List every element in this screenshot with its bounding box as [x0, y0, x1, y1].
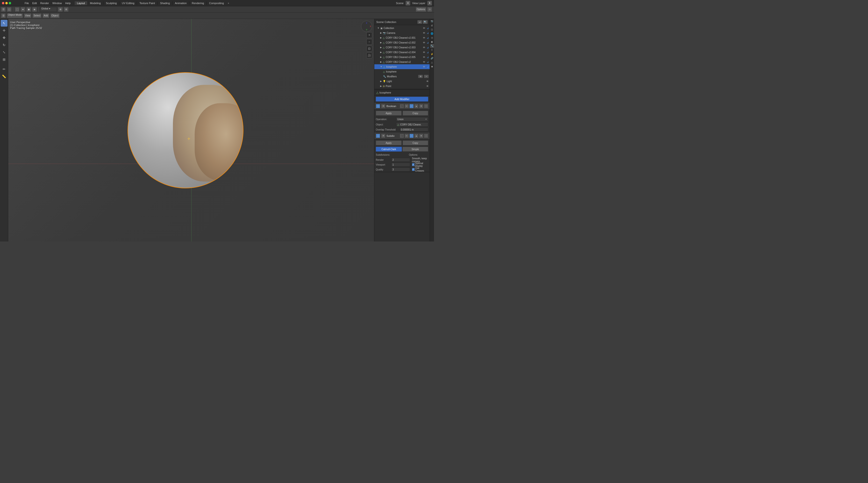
particles-properties-icon[interactable]: ⠿	[430, 48, 434, 52]
overlap-value[interactable]: 0.000001 m	[400, 127, 428, 132]
simple-tab[interactable]: Simple	[402, 147, 429, 151]
editor-type-small[interactable]: ☰	[1, 13, 6, 18]
modifier-settings[interactable]: ⚙	[418, 75, 423, 78]
outliner-item-cory5[interactable]: ▶ △ CORY OBJ Cleaned v2.005 👁 ⊿	[374, 55, 430, 59]
outliner-search[interactable]: 🔍	[423, 20, 428, 24]
outliner-item-cory4[interactable]: ▶ △ CORY OBJ Cleaned v2.004 👁 ⊿	[374, 50, 430, 55]
boolean-more[interactable]: ⋮	[424, 104, 428, 108]
select-menu[interactable]: Select	[32, 13, 41, 18]
object-properties-icon[interactable]: ▣	[430, 40, 434, 44]
operation-dropdown[interactable]: Union	[396, 117, 428, 121]
scene-properties-icon[interactable]: 🌐	[430, 32, 434, 35]
tab-rendering[interactable]: Rendering	[189, 1, 207, 5]
subdiv-render[interactable]: 🎥	[400, 134, 404, 138]
object-menu[interactable]: Object	[50, 13, 60, 18]
tool-move[interactable]: ✥	[1, 34, 7, 41]
tab-layout[interactable]: Layout	[74, 1, 87, 5]
constraints-properties-icon[interactable]: 🔗	[430, 56, 434, 60]
subdiv-visibility[interactable]: ◻	[376, 134, 380, 138]
subdiv-apply-button[interactable]: Apply	[376, 140, 402, 145]
gizmo-button[interactable]: ⊹	[427, 7, 432, 12]
viewport[interactable]: User Perspective (1) Collection | Icosph…	[8, 19, 374, 242]
boolean-copy-button[interactable]: Copy	[403, 111, 429, 116]
object-value[interactable]: △ CORY OBJ Cleane.	[396, 122, 428, 127]
modifier-properties-icon[interactable]: 🔧	[430, 44, 434, 48]
quality-value[interactable]: 3	[391, 168, 410, 171]
view-layer-properties-icon[interactable]: ◫	[430, 28, 434, 31]
outliner-filter[interactable]: ⊿	[417, 20, 422, 24]
viewport-shading-wire[interactable]: ⬚	[15, 7, 20, 12]
tool-measure[interactable]: 📏	[1, 73, 7, 80]
tab-shading[interactable]: Shading	[157, 1, 172, 5]
subdiv-down[interactable]: ▼	[419, 134, 423, 138]
tab-sculpting[interactable]: Sculpting	[103, 1, 119, 5]
tab-compositing[interactable]: Compositing	[207, 1, 226, 5]
menu-file[interactable]: File	[23, 1, 30, 5]
outliner-item-collection[interactable]: ▼ ▣ Collection 👁 ⊿	[374, 26, 430, 30]
render-value[interactable]: 2	[391, 158, 410, 162]
world-properties-icon[interactable]: ◎	[430, 36, 434, 40]
catmull-clark-tab[interactable]: Catmull-Clark	[376, 147, 402, 151]
tool-transform[interactable]: ⊞	[1, 56, 7, 63]
object-mode-select[interactable]: Object Mode	[7, 13, 23, 18]
zoom-out-button[interactable]: −	[366, 39, 372, 45]
tab-uv-editing[interactable]: UV Editing	[119, 1, 137, 5]
outliner-item-light[interactable]: ▶ 💡 Light 👁	[374, 79, 430, 84]
boolean-up[interactable]: ▲	[414, 104, 418, 108]
zoom-in-button[interactable]: +	[366, 32, 372, 38]
overlay-button[interactable]: Options	[416, 7, 426, 12]
add-menu[interactable]: Add	[42, 13, 49, 18]
tool-scale[interactable]: ⤡	[1, 49, 7, 56]
tab-texture-paint[interactable]: Texture Paint	[137, 1, 157, 5]
data-properties-icon[interactable]: △	[430, 60, 434, 64]
use-creases-checkbox[interactable]: ✓	[412, 168, 415, 171]
subdiv-eye[interactable]: 👁	[381, 134, 385, 138]
viewport-shading-render[interactable]: ◈	[32, 7, 37, 12]
outliner-item-camera[interactable]: ▶ 📷 Camera 👁 ⊿	[374, 30, 430, 35]
add-modifier-button[interactable]: Add Modifier	[376, 97, 428, 102]
boolean-apply[interactable]: ✓	[409, 104, 414, 108]
minimize-button[interactable]	[5, 2, 8, 4]
snap-button[interactable]: ⊕	[58, 7, 63, 12]
modifier-add[interactable]: +	[424, 75, 429, 78]
subdiv-edit[interactable]: ✏	[405, 134, 409, 138]
boolean-eye[interactable]: 👁	[381, 104, 385, 108]
outliner-item-icosphere[interactable]: ▼ △ Icosphere 👁 ⊿	[374, 64, 430, 69]
optimal-display-checkbox[interactable]: ✓	[412, 163, 414, 166]
subdiv-more[interactable]: ⋮	[424, 134, 428, 138]
outliner-item-icosphere-mesh[interactable]: △ Icosphere	[374, 69, 430, 74]
maximize-button[interactable]	[9, 2, 11, 4]
tool-annotate[interactable]: ✏	[1, 66, 7, 73]
boolean-visibility[interactable]: ◻	[376, 104, 380, 108]
outliner-item-point[interactable]: ▶ ⊙ Point 👁	[374, 84, 430, 88]
tab-modeling[interactable]: Modeling	[87, 1, 103, 5]
tool-rotate[interactable]: ↻	[1, 41, 7, 48]
global-local-select[interactable]: Global ▾	[40, 7, 57, 12]
nav-gizmo[interactable]: X Y Z	[361, 21, 372, 32]
output-properties-icon[interactable]: 🖨	[430, 24, 434, 27]
viewport-value[interactable]: 1	[391, 163, 410, 167]
outliner-item-cory2[interactable]: ▶ △ CORY OBJ Cleaned v2.002 👁 ⊿	[374, 40, 430, 45]
subdiv-up[interactable]: ▲	[414, 134, 418, 138]
menu-render[interactable]: Render	[39, 1, 51, 5]
editor-type-button[interactable]: ☰	[1, 7, 6, 12]
outliner-item-cory3[interactable]: ▶ △ CORY OBJ Cleaned v2.003 👁 ⊿	[374, 45, 430, 50]
menu-help[interactable]: Help	[64, 1, 72, 5]
view-all-button[interactable]: ⊡	[366, 46, 372, 52]
scene-selector[interactable]: ⬇	[405, 1, 410, 5]
boolean-edit[interactable]: ✏	[405, 104, 409, 108]
physics-properties-icon[interactable]: ⚡	[430, 52, 434, 56]
boolean-apply-button[interactable]: Apply	[376, 111, 402, 116]
close-button[interactable]	[2, 2, 4, 4]
tab-animation[interactable]: Animation	[172, 1, 189, 5]
view-menu[interactable]: View	[24, 13, 32, 18]
boolean-render[interactable]: 🎥	[400, 104, 404, 108]
proportional-edit-button[interactable]: ⊚	[64, 7, 69, 12]
tool-cursor[interactable]: ✛	[1, 27, 7, 34]
subdiv-copy-button[interactable]: Copy	[403, 140, 429, 145]
menu-window[interactable]: Window	[51, 1, 63, 5]
add-workspace-button[interactable]: +	[226, 2, 230, 5]
camera-view-button[interactable]: 🎥	[366, 53, 372, 58]
material-properties-icon[interactable]: ◉	[430, 64, 434, 68]
subdiv-apply[interactable]: ✓	[409, 134, 414, 138]
